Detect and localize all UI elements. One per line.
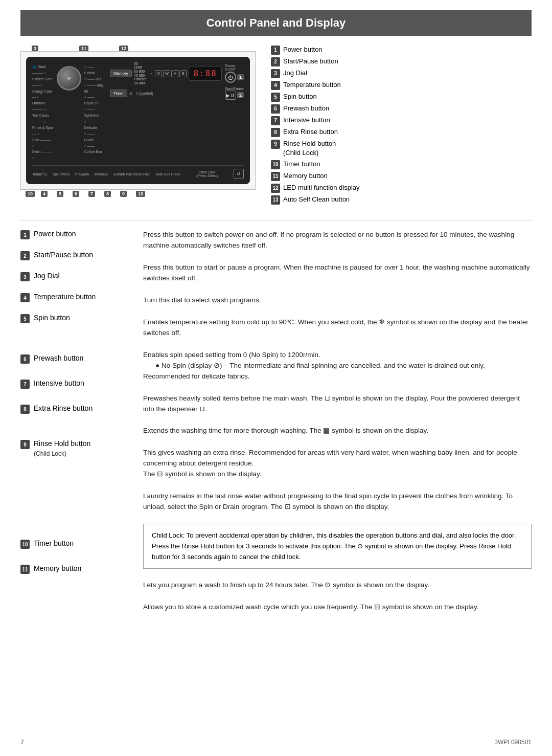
desc-9-text: Laundry remains in the last rinse water … [143,491,532,513]
item-8-text: Extra Rinse button [34,404,93,412]
legend-4: 4 Temperature button [271,80,532,90]
page-container: Control Panel and Display 3 11 12 [0,0,552,756]
legend-8: 8 Extra Rinse button [271,127,532,137]
item-4-text: Temperature button [34,293,96,301]
page-title: Control Panel and Display [20,10,532,36]
item-1-block: 1 Power button [20,230,133,239]
item-9-label: 9 Rinse Hold button [20,439,133,449]
icon-d: D [155,70,162,77]
item-7-text: Intensive button [34,379,84,387]
item-11-label: 11 Memory button [20,564,133,574]
child-lock-note: Child Lock: To prevent accidental operat… [143,524,532,569]
start-pause-button[interactable]: ▶⏸ [225,91,236,100]
item-7-block: 7 Intensive button [20,379,133,389]
item-6-text: Prewash button [34,354,83,362]
desc-4-text: Enables temperature setting from cold up… [143,317,532,339]
legend-2: 2 Start/Pause button [271,57,532,66]
icon-e: E [179,70,187,77]
desc-7-text: Extends the washing time for more thorou… [143,426,532,436]
desc-8-text: This gives washing an extra rinse. Recom… [143,448,532,480]
label-num-3: 3 [32,46,38,51]
item-3-text: Jog Dial [34,272,60,280]
item-10-block: 10 Timer button [20,539,133,549]
item-6-label: 6 Prewash button [20,354,133,364]
desc-3-text: Turn this dial to select wash programs. [143,295,532,306]
label-temp: Temp(°C) [32,172,48,176]
legend-9-label: Rinse Hold button(Child Lock) [283,139,336,158]
auto-clean-button[interactable]: ↺ [234,169,244,179]
item-2-block: 2 Start/Pause button [20,251,133,260]
legend-12-label: LED multi function display [283,183,360,192]
desc-9: Laundry remains in the last rinse water … [143,491,532,513]
panel-diagram: 🧥 Wool ——— ○ Crease Care —— ○ Allergy Ca… [20,51,256,190]
item-8-label: 8 Extra Rinse button [20,404,133,414]
footer-code: 3WPL090501 [494,739,532,746]
legend-12: 12 LED multi function display [271,183,532,193]
item-5-label: 5 Spin button [20,314,133,323]
legend-1-label: Power button [283,45,323,54]
item-4-label: 4 Temperature button [20,293,133,302]
jog-dial[interactable] [57,66,81,91]
right-column: Press this button to switch power on and… [143,230,532,624]
legend-1: 1 Power button [271,45,532,55]
legend-3-label: Jog Dial [283,69,307,78]
legend-3: 3 Jog Dial [271,69,532,78]
right-legend: 1 Power button 2 Start/Pause button 3 Jo… [271,45,532,205]
legend-2-label: Start/Pause button [283,57,338,66]
legend-11: 11 Memory button [271,171,532,181]
legend-9: 9 Rinse Hold button(Child Lock) [271,139,532,158]
timer-button[interactable]: Timer [110,90,127,97]
legend-10: 10 Timer button [271,160,532,169]
desc-6: Prewashes heavily soiled items before th… [143,393,532,415]
desc-5-bullet: ● No Spin (display ⊘) – The intermediate… [143,362,485,380]
item-1-label: 1 Power button [20,230,133,239]
legend-4-label: Temperature button [283,80,341,90]
left-column: 1 Power button 2 Start/Pause button 3 Jo… [20,230,143,624]
num-badge-2: 2 [237,92,244,98]
item-3-block: 3 Jog Dial [20,272,133,281]
desc-1: Press this button to switch power on and… [143,230,532,251]
programs-right: ○ —— Cotton ○ —— Mix ○ —— Daily 60 ○ —— … [84,64,104,155]
legend-5: 5 Spin button [271,92,532,102]
desc-2-text: Press this button to start or pause a pr… [143,262,532,284]
label-prewash: Prewash [75,172,89,176]
child-lock-note-text: Child Lock: To prevent accidental operat… [152,531,516,561]
power-button[interactable]: ⏻ [225,72,236,83]
diagram-top-nums: 3 11 12 [20,45,256,51]
legend-7-label: Intensive button [283,116,330,125]
item-10-text: Timer button [34,539,74,547]
item-6-block: 6 Prewash button [20,354,133,364]
memory-button[interactable]: Memory [110,70,132,77]
legend-10-label: Timer button [283,160,320,169]
label-auto-clean: Auto Self Clean [156,172,181,176]
divider [20,220,532,220]
legend-5-label: Spin button [283,92,317,101]
desc-11: Allows you to store a customized wash cy… [143,602,532,613]
item-5-block: 5 Spin button [20,314,133,323]
legend-11-label: Memory button [283,171,328,181]
legend-7: 7 Intensive button [271,116,532,125]
item-11-text: Memory button [34,564,81,572]
desc-11-text: Allows you to store a customized wash cy… [143,602,532,613]
item-9-text: Rinse Hold button [34,439,90,448]
item-1-text: Power button [34,230,76,238]
content-section: 1 Power button 2 Start/Pause button 3 Jo… [20,230,532,624]
label-intensive: Intensive [94,172,108,176]
desc-8: This gives washing an extra rinse. Recom… [143,448,532,480]
legend-13-label: Auto Self Clean button [283,195,350,204]
page-number: 7 [20,739,24,746]
label-spin: Spin(r/min) [53,172,70,176]
num-badge-1: 1 [237,74,244,80]
desc-6-text: Prewashes heavily soiled items before th… [143,393,532,415]
label-num-11: 11 [79,46,88,51]
icon-w: W [163,70,170,77]
desc-10-text: Lets you program a wash to finish up to … [143,580,532,591]
item-9-sub: (Child Lock) [34,450,133,457]
desc-10: Lets you program a wash to finish up to … [143,580,532,591]
label-num-12: 12 [119,46,128,51]
desc-4: Enables temperature setting from cold up… [143,317,532,339]
desc-2: Press this button to start or pause a pr… [143,262,532,284]
top-section: 3 11 12 🧥 Wool ——— ○ [20,45,532,205]
desc-7: Extends the washing time for more thorou… [143,426,532,436]
legend-6-label: Prewash button [283,104,329,113]
